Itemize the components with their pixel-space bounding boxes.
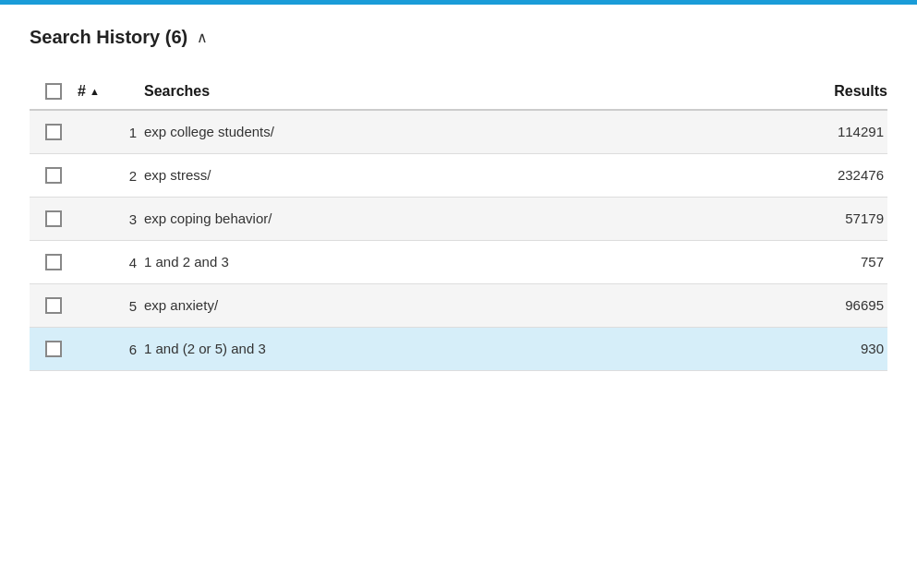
table-row: 4 1 and 2 and 3 757 bbox=[30, 241, 887, 284]
row-number-col: 5 bbox=[78, 285, 144, 327]
row-results-value: 57179 bbox=[845, 210, 887, 226]
row-search-col[interactable]: exp college students/ bbox=[144, 111, 767, 153]
results-header-label: Results bbox=[834, 83, 887, 99]
collapse-chevron-icon[interactable]: ∧ bbox=[197, 29, 208, 46]
row-number-col: 2 bbox=[78, 155, 144, 197]
row-search-col[interactable]: 1 and 2 and 3 bbox=[144, 241, 767, 283]
row-checkbox[interactable] bbox=[45, 167, 62, 184]
header-results-col: Results bbox=[767, 83, 887, 100]
row-checkbox[interactable] bbox=[45, 341, 62, 357]
section-title: Search History (6) bbox=[30, 27, 187, 48]
row-checkbox[interactable] bbox=[45, 210, 62, 227]
row-number: 5 bbox=[78, 298, 144, 314]
table-body: 1 exp college students/ 114291 2 exp str… bbox=[30, 111, 887, 371]
number-header-label: # bbox=[78, 83, 86, 100]
sort-arrow-icon: ▲ bbox=[90, 86, 100, 97]
row-results-col: 114291 bbox=[767, 111, 887, 153]
table-row: 1 exp college students/ 114291 bbox=[30, 111, 887, 154]
row-search-text: exp college students/ bbox=[144, 124, 274, 139]
row-results-value: 930 bbox=[861, 341, 887, 356]
row-checkbox-col bbox=[30, 284, 78, 327]
row-search-text: 1 and 2 and 3 bbox=[144, 254, 229, 270]
row-results-col: 232476 bbox=[767, 154, 887, 197]
search-history-table: # ▲ Searches Results 1 exp college stude… bbox=[30, 74, 887, 371]
main-container: Search History (6) ∧ # ▲ Searches Result… bbox=[0, 5, 917, 401]
table-row: 3 exp coping behavior/ 57179 bbox=[30, 198, 887, 241]
row-results-col: 57179 bbox=[767, 198, 887, 240]
row-search-text: exp stress/ bbox=[144, 167, 211, 183]
row-search-col[interactable]: exp coping behavior/ bbox=[144, 198, 767, 240]
row-number: 1 bbox=[78, 125, 144, 140]
table-header-row: # ▲ Searches Results bbox=[30, 74, 887, 111]
row-search-col[interactable]: exp anxiety/ bbox=[144, 284, 767, 327]
row-results-col: 96695 bbox=[767, 284, 887, 327]
row-checkbox-col bbox=[30, 154, 78, 197]
searches-header-label: Searches bbox=[144, 83, 210, 99]
row-search-col[interactable]: exp stress/ bbox=[144, 154, 767, 197]
row-checkbox-col bbox=[30, 198, 78, 240]
table-row: 6 1 and (2 or 5) and 3 930 bbox=[30, 328, 887, 371]
row-number: 3 bbox=[78, 211, 144, 227]
row-search-text: 1 and (2 or 5) and 3 bbox=[144, 341, 266, 356]
row-results-value: 114291 bbox=[838, 124, 887, 139]
header-number-col[interactable]: # ▲ bbox=[78, 83, 144, 100]
row-number-col: 3 bbox=[78, 198, 144, 240]
table-row: 5 exp anxiety/ 96695 bbox=[30, 284, 887, 328]
row-results-value: 96695 bbox=[845, 297, 887, 313]
table-row: 2 exp stress/ 232476 bbox=[30, 154, 887, 198]
row-results-value: 232476 bbox=[838, 167, 887, 183]
header-searches-col: Searches bbox=[144, 83, 767, 100]
row-checkbox-col bbox=[30, 241, 78, 283]
section-header: Search History (6) ∧ bbox=[30, 27, 887, 48]
row-number-col: 4 bbox=[78, 242, 144, 283]
row-checkbox-col bbox=[30, 111, 78, 153]
row-checkbox[interactable] bbox=[45, 254, 62, 270]
row-checkbox[interactable] bbox=[45, 124, 62, 140]
header-checkbox-col bbox=[30, 83, 78, 100]
row-search-col[interactable]: 1 and (2 or 5) and 3 bbox=[144, 328, 767, 370]
row-checkbox[interactable] bbox=[45, 297, 62, 314]
row-results-col: 757 bbox=[767, 241, 887, 283]
row-number: 2 bbox=[78, 168, 144, 184]
row-checkbox-col bbox=[30, 328, 78, 370]
row-number-col: 6 bbox=[78, 329, 144, 370]
row-number-col: 1 bbox=[78, 112, 144, 153]
row-search-text: exp anxiety/ bbox=[144, 297, 218, 313]
row-results-col: 930 bbox=[767, 328, 887, 370]
row-number: 6 bbox=[78, 342, 144, 357]
row-search-text: exp coping behavior/ bbox=[144, 210, 271, 226]
row-results-value: 757 bbox=[861, 254, 887, 270]
select-all-checkbox[interactable] bbox=[45, 83, 62, 100]
row-number: 4 bbox=[78, 255, 144, 270]
